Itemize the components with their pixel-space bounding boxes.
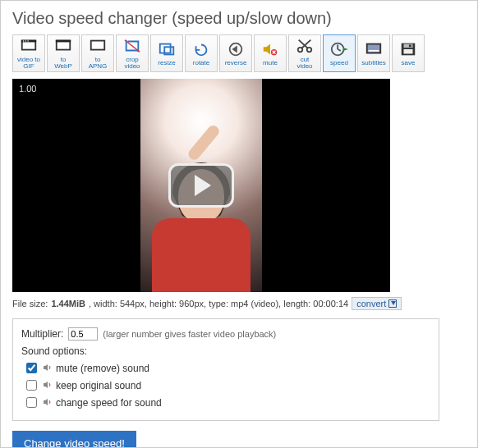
reverse-icon <box>226 40 246 58</box>
sound-option-keep-sound: keep original sound <box>21 377 430 393</box>
sound-icon <box>43 397 53 409</box>
multiplier-input[interactable] <box>68 327 98 341</box>
subtitles-icon <box>364 40 384 58</box>
sound-icon <box>43 380 53 391</box>
change-speed-button[interactable]: Change video speed! <box>12 431 136 448</box>
sound-option-label: keep original sound <box>56 380 141 391</box>
svg-rect-1 <box>23 42 35 49</box>
tool-label: to WebP <box>54 57 72 70</box>
tool-label: crop video <box>124 57 140 70</box>
convert-label: convert <box>356 299 386 309</box>
tool-to-apng[interactable]: to APNG <box>81 34 114 72</box>
svg-rect-22 <box>404 44 413 48</box>
file-size-prefix: File size: <box>12 299 48 309</box>
save-icon <box>398 40 418 58</box>
multiplier-label: Multiplier: <box>21 328 63 340</box>
resize-icon <box>157 40 177 58</box>
tool-subtitles[interactable]: subtitles <box>357 34 390 72</box>
tool-label: to APNG <box>89 57 108 70</box>
page-title: Video speed changer (speed up/slow down) <box>12 9 466 28</box>
tool-label: cut video <box>296 57 312 70</box>
tool-label: resize <box>158 60 175 66</box>
tool-label: save <box>402 60 416 66</box>
multiplier-hint: (larger number gives faster video playba… <box>103 329 276 339</box>
video-preview: 1.00 <box>12 79 390 292</box>
download-icon <box>388 299 397 308</box>
tool-label: speed <box>330 60 348 66</box>
video-to-gif-icon <box>19 37 39 55</box>
tool-label: mute <box>263 60 278 66</box>
tool-mute[interactable]: mute <box>254 34 287 72</box>
tool-speed[interactable]: speed <box>323 34 356 72</box>
to-webp-icon <box>53 37 73 55</box>
tool-label: video to GIF <box>17 57 40 70</box>
change-speed-sound-checkbox[interactable] <box>26 397 37 408</box>
cut-video-icon <box>295 37 315 55</box>
keep-sound-checkbox[interactable] <box>26 380 37 391</box>
tool-label: reverse <box>225 60 247 66</box>
sound-icon <box>43 363 53 374</box>
sound-option-label: change speed for sound <box>56 397 162 409</box>
sound-option-mute-sound: mute (remove) sound <box>21 360 430 376</box>
sound-option-label: mute (remove) sound <box>56 363 149 374</box>
speed-icon <box>329 40 349 58</box>
svg-point-5 <box>27 40 28 41</box>
sound-options-label: Sound options: <box>21 345 430 357</box>
tool-label: subtitles <box>361 60 385 66</box>
play-icon <box>195 175 211 196</box>
to-apng-icon <box>88 37 108 55</box>
svg-rect-7 <box>57 42 70 49</box>
rotate-icon <box>191 40 211 58</box>
sound-option-change-speed-sound: change speed for sound <box>21 395 430 410</box>
tool-rotate[interactable]: rotate <box>185 34 218 72</box>
tool-reverse[interactable]: reverse <box>219 34 252 72</box>
svg-point-3 <box>23 40 24 41</box>
file-size-value: 1.44MiB <box>51 299 85 309</box>
svg-rect-10 <box>92 42 104 49</box>
tool-to-webp[interactable]: to WebP <box>47 34 80 72</box>
mute-icon <box>260 40 280 58</box>
file-info: File size: 1.44MiB , width: 544px, heigh… <box>12 297 466 310</box>
tool-resize[interactable]: resize <box>150 34 183 72</box>
convert-button[interactable]: convert <box>352 297 402 310</box>
speed-overlay: 1.00 <box>19 84 36 94</box>
svg-point-4 <box>25 40 26 41</box>
options-panel: Multiplier: (larger number gives faster … <box>12 318 439 421</box>
tool-crop-video[interactable]: crop video <box>116 34 149 72</box>
svg-rect-20 <box>369 50 379 52</box>
tool-save[interactable]: save <box>392 34 425 72</box>
file-info-rest: , width: 544px, height: 960px, type: mp4… <box>89 299 348 309</box>
tool-video-to-gif[interactable]: video to GIF <box>12 34 45 72</box>
svg-rect-24 <box>404 49 413 54</box>
tool-label: rotate <box>193 60 209 66</box>
toolbar: video to GIFto WebPto APNGcrop videoresi… <box>12 34 466 72</box>
svg-rect-8 <box>56 40 71 43</box>
svg-rect-23 <box>409 45 411 48</box>
crop-video-icon <box>122 37 142 55</box>
play-button[interactable] <box>168 163 234 208</box>
mute-sound-checkbox[interactable] <box>26 363 37 373</box>
tool-cut-video[interactable]: cut video <box>288 34 321 72</box>
